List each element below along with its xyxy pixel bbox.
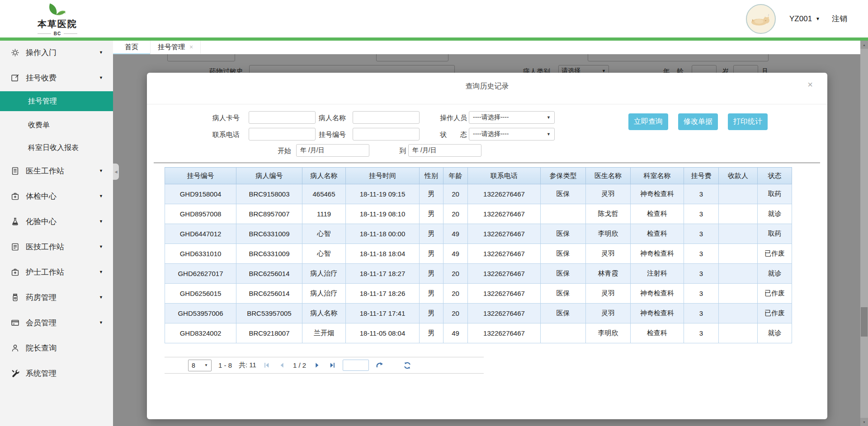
next-page-button[interactable] bbox=[313, 361, 321, 370]
scrollbar[interactable]: ▲ ▼ bbox=[860, 41, 868, 426]
sidebar-item-9[interactable]: 会员管理▼ bbox=[0, 311, 113, 334]
table-cell: 已作废 bbox=[758, 244, 792, 264]
table-row[interactable]: GHD6256015BRC6256014病人治疗18-11-17 18:26男2… bbox=[165, 284, 792, 304]
table-cell: 灵羽 bbox=[586, 184, 631, 204]
bottle-icon bbox=[11, 293, 19, 302]
sidebar-subitem-2[interactable]: 收费单 bbox=[0, 114, 113, 136]
table-row[interactable]: GHD62627017BRC6256014病人治疗18-11-17 18:27男… bbox=[165, 264, 792, 284]
query-now-button[interactable]: 立即查询 bbox=[628, 113, 668, 130]
table-cell: 灵羽 bbox=[586, 244, 631, 264]
sidebar-subitem-3[interactable]: 科室日收入报表 bbox=[0, 136, 113, 159]
logout-link[interactable]: 注销 bbox=[832, 14, 847, 24]
goto-page-button[interactable] bbox=[376, 361, 384, 370]
chevron-down-icon: ▼ bbox=[547, 132, 551, 136]
end-date-input[interactable] bbox=[408, 144, 481, 157]
sidebar-item-7[interactable]: 护士工作站▼ bbox=[0, 260, 113, 284]
modal-title: 查询历史记录 bbox=[147, 73, 827, 91]
goto-page-input[interactable] bbox=[343, 360, 369, 371]
page-size-select[interactable]: 8 ▼ bbox=[188, 360, 212, 371]
chevron-down-icon: ▼ bbox=[99, 219, 103, 224]
table-body: GHD9158004BRC915800346546518-11-19 09:15… bbox=[165, 184, 792, 343]
sidebar-item-4[interactable]: 体检中心▼ bbox=[0, 184, 113, 208]
table-cell: 18-11-18 18:04 bbox=[346, 244, 420, 264]
sidebar-subitem-1[interactable]: 挂号管理 bbox=[0, 91, 113, 111]
sidebar-item-2[interactable]: 挂号收费▼ bbox=[0, 66, 113, 89]
table-row[interactable]: GHD53957006BRC53957005病人名称18-11-17 17:41… bbox=[165, 304, 792, 323]
column-header: 病人名称 bbox=[302, 168, 346, 184]
table-cell: BRC8957007 bbox=[236, 204, 302, 224]
table-row[interactable]: GHD6331010BRC6331009心智18-11-18 18:04男491… bbox=[165, 244, 792, 264]
scroll-up-button[interactable]: ▲ bbox=[860, 41, 868, 49]
table-cell: 18-11-18 00:00 bbox=[346, 224, 420, 244]
table-cell: 13226276467 bbox=[468, 204, 541, 224]
phone-label: 联系电话 bbox=[212, 131, 240, 139]
sidebar-item-6[interactable]: 医技工作站▼ bbox=[0, 235, 113, 258]
table-cell: 20 bbox=[443, 304, 468, 323]
modify-document-button[interactable]: 修改单据 bbox=[678, 113, 718, 130]
table-cell: 注射科 bbox=[631, 264, 684, 284]
tab-bar: 首页挂号管理× bbox=[113, 41, 868, 54]
tab-1[interactable]: 首页 bbox=[113, 41, 150, 54]
table-row[interactable]: GHD8324002BRC9218007兰开烟18-11-05 08:04男49… bbox=[165, 323, 792, 343]
sidebar-item-5[interactable]: 化验中心▼ bbox=[0, 210, 113, 233]
print-statistics-button[interactable]: 打印统计 bbox=[728, 113, 768, 130]
first-page-button[interactable] bbox=[263, 361, 271, 370]
modal-buttons: 立即查询修改单据打印统计 bbox=[628, 113, 768, 130]
sidebar-item-3[interactable]: 医生工作站▼ bbox=[0, 159, 113, 183]
table-cell: 3 bbox=[684, 284, 719, 304]
prev-page-button[interactable] bbox=[278, 361, 286, 370]
table-cell: 13226276467 bbox=[468, 224, 541, 244]
document-lines-icon bbox=[11, 243, 19, 251]
scrollbar-thumb[interactable] bbox=[861, 307, 868, 337]
header-right: YZ001 ▼ 注销 bbox=[746, 4, 868, 34]
patient-name-label: 病人名称 bbox=[319, 114, 346, 122]
start-date-input[interactable] bbox=[296, 144, 369, 157]
avatar[interactable] bbox=[746, 4, 776, 34]
sidebar-item-label: 挂号收费 bbox=[26, 73, 57, 83]
refresh-icon[interactable] bbox=[403, 361, 411, 370]
table-cell: 神奇检查科 bbox=[631, 284, 684, 304]
table-cell: 20 bbox=[443, 204, 468, 224]
patient-name-input[interactable] bbox=[353, 111, 420, 124]
to-label: 到 bbox=[399, 147, 406, 155]
table-cell: GHD53957006 bbox=[165, 304, 236, 323]
sidebar-item-1[interactable]: 操作入门▼ bbox=[0, 41, 113, 64]
column-header: 挂号费 bbox=[684, 168, 719, 184]
leaf-logo-icon bbox=[47, 2, 68, 19]
table-row[interactable]: GHD8957008BRC8957007111918-11-19 08:10男2… bbox=[165, 204, 792, 224]
operator-select[interactable]: ----请选择---- ▼ bbox=[469, 111, 555, 124]
status-select[interactable]: ----请选择---- ▼ bbox=[469, 128, 555, 140]
last-page-button[interactable] bbox=[328, 361, 336, 370]
table-cell: 病人名称 bbox=[302, 304, 346, 323]
table-cell bbox=[719, 244, 758, 264]
table-row[interactable]: GHD9158004BRC915800346546518-11-19 09:15… bbox=[165, 184, 792, 204]
table-cell: 医保 bbox=[541, 264, 586, 284]
close-icon[interactable]: × bbox=[189, 43, 193, 51]
table-cell: 3 bbox=[684, 244, 719, 264]
column-header: 参保类型 bbox=[541, 168, 586, 184]
page-indicator: 1 / 2 bbox=[293, 361, 306, 369]
table-cell: 男 bbox=[420, 304, 443, 323]
table-row[interactable]: GHD6447012BRC6331009心智18-11-18 00:00男491… bbox=[165, 224, 792, 244]
scroll-down-button[interactable]: ▼ bbox=[860, 418, 868, 426]
patient-card-input[interactable] bbox=[249, 111, 316, 124]
table-cell: 已作废 bbox=[758, 304, 792, 323]
sidebar-item-label: 操作入门 bbox=[26, 47, 57, 58]
sidebar-collapse-handle[interactable]: ◀ bbox=[113, 164, 119, 180]
sidebar-item-10[interactable]: 院长查询 bbox=[0, 336, 113, 360]
table-cell: 神奇检查科 bbox=[631, 184, 684, 204]
chevron-down-icon: ▼ bbox=[204, 363, 208, 367]
table-cell: 神奇检查科 bbox=[631, 304, 684, 323]
medkit-icon bbox=[11, 268, 19, 276]
phone-input[interactable] bbox=[249, 128, 316, 140]
table-cell: GHD8324002 bbox=[165, 323, 236, 343]
app-header: 本草医院 BC YZ001 bbox=[0, 0, 868, 37]
reg-no-input[interactable] bbox=[353, 128, 420, 140]
close-icon[interactable]: × bbox=[807, 80, 813, 89]
tab-2[interactable]: 挂号管理× bbox=[150, 41, 201, 54]
sidebar-item-8[interactable]: 药房管理▼ bbox=[0, 286, 113, 309]
sidebar-item-11[interactable]: 系统管理 bbox=[0, 361, 113, 385]
table-cell bbox=[719, 224, 758, 244]
table-cell: 男 bbox=[420, 184, 443, 204]
user-menu[interactable]: YZ001 ▼ bbox=[789, 14, 820, 23]
